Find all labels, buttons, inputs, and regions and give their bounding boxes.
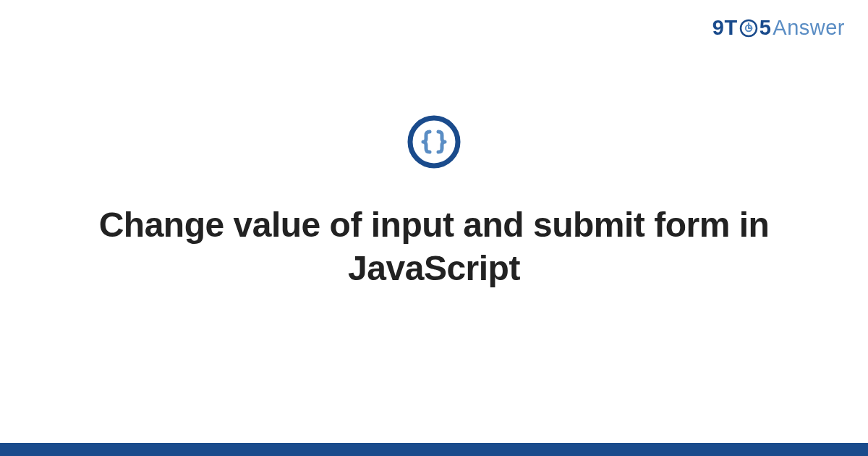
svg-point-4 <box>410 118 458 166</box>
main-content: Change value of input and submit form in… <box>0 0 868 456</box>
page-title: Change value of input and submit form in… <box>72 203 796 290</box>
footer-bar <box>0 443 868 456</box>
braces-icon <box>407 115 461 169</box>
